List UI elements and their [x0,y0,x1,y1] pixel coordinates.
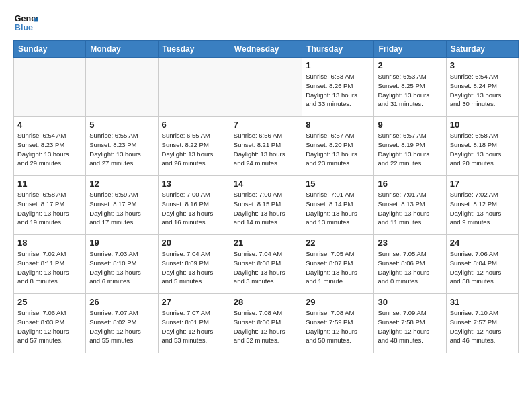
header: General Blue [13,11,519,35]
day-number: 17 [450,179,515,189]
weekday-header-sunday: Sunday [14,41,86,58]
day-number: 11 [17,179,82,189]
calendar-cell: 27Sunrise: 7:07 AM Sunset: 8:01 PM Dayli… [158,294,230,353]
day-number: 14 [234,179,298,189]
calendar-cell [86,58,158,117]
svg-text:Blue: Blue [15,23,33,32]
day-number: 22 [306,238,370,248]
logo: General Blue [13,11,40,35]
day-info: Sunrise: 7:05 AM Sunset: 8:06 PM Dayligh… [378,249,442,286]
day-number: 8 [306,120,370,130]
day-info: Sunrise: 7:06 AM Sunset: 8:03 PM Dayligh… [17,308,82,345]
day-info: Sunrise: 7:05 AM Sunset: 8:07 PM Dayligh… [306,249,370,286]
calendar-cell: 13Sunrise: 7:00 AM Sunset: 8:16 PM Dayli… [158,176,230,235]
day-number: 5 [89,120,154,130]
calendar-cell: 4Sunrise: 6:54 AM Sunset: 8:23 PM Daylig… [14,117,86,176]
calendar-cell: 31Sunrise: 7:10 AM Sunset: 7:57 PM Dayli… [446,294,518,353]
day-info: Sunrise: 7:03 AM Sunset: 8:10 PM Dayligh… [89,249,154,286]
day-number: 18 [17,238,82,248]
day-info: Sunrise: 7:06 AM Sunset: 8:04 PM Dayligh… [450,249,515,286]
day-number: 31 [450,297,515,307]
day-number: 30 [378,297,442,307]
calendar-cell: 23Sunrise: 7:05 AM Sunset: 8:06 PM Dayli… [374,235,446,294]
calendar-cell [158,58,230,117]
calendar-cell: 15Sunrise: 7:01 AM Sunset: 8:14 PM Dayli… [302,176,374,235]
day-info: Sunrise: 7:01 AM Sunset: 8:13 PM Dayligh… [378,190,442,227]
day-number: 19 [89,238,154,248]
day-info: Sunrise: 6:58 AM Sunset: 8:18 PM Dayligh… [450,131,515,168]
calendar-cell: 25Sunrise: 7:06 AM Sunset: 8:03 PM Dayli… [14,294,86,353]
calendar-cell: 8Sunrise: 6:57 AM Sunset: 8:20 PM Daylig… [302,117,374,176]
day-info: Sunrise: 6:55 AM Sunset: 8:23 PM Dayligh… [89,131,154,168]
calendar-cell: 11Sunrise: 6:58 AM Sunset: 8:17 PM Dayli… [14,176,86,235]
day-info: Sunrise: 6:57 AM Sunset: 8:20 PM Dayligh… [306,131,370,168]
day-info: Sunrise: 6:53 AM Sunset: 8:26 PM Dayligh… [306,72,370,109]
day-number: 27 [162,297,226,307]
week-row-2: 4Sunrise: 6:54 AM Sunset: 8:23 PM Daylig… [14,117,519,176]
calendar-cell: 24Sunrise: 7:06 AM Sunset: 8:04 PM Dayli… [446,235,518,294]
day-info: Sunrise: 6:58 AM Sunset: 8:17 PM Dayligh… [17,190,82,227]
day-number: 16 [378,179,442,189]
calendar-cell: 17Sunrise: 7:02 AM Sunset: 8:12 PM Dayli… [446,176,518,235]
calendar-cell: 28Sunrise: 7:08 AM Sunset: 8:00 PM Dayli… [230,294,302,353]
day-number: 13 [162,179,226,189]
day-info: Sunrise: 7:07 AM Sunset: 8:01 PM Dayligh… [162,308,226,345]
day-number: 20 [162,238,226,248]
day-number: 26 [89,297,154,307]
calendar-cell: 2Sunrise: 6:53 AM Sunset: 8:25 PM Daylig… [374,58,446,117]
day-info: Sunrise: 6:53 AM Sunset: 8:25 PM Dayligh… [378,72,442,109]
week-row-5: 25Sunrise: 7:06 AM Sunset: 8:03 PM Dayli… [14,294,519,353]
week-row-4: 18Sunrise: 7:02 AM Sunset: 8:11 PM Dayli… [14,235,519,294]
day-info: Sunrise: 7:09 AM Sunset: 7:58 PM Dayligh… [378,308,442,345]
day-info: Sunrise: 6:59 AM Sunset: 8:17 PM Dayligh… [89,190,154,227]
logo-icon: General Blue [13,11,38,35]
day-info: Sunrise: 7:04 AM Sunset: 8:09 PM Dayligh… [162,249,226,286]
calendar-cell: 19Sunrise: 7:03 AM Sunset: 8:10 PM Dayli… [86,235,158,294]
weekday-header-friday: Friday [374,41,446,58]
day-number: 15 [306,179,370,189]
calendar-cell: 26Sunrise: 7:07 AM Sunset: 8:02 PM Dayli… [86,294,158,353]
weekday-header-tuesday: Tuesday [158,41,230,58]
day-number: 3 [450,60,515,71]
calendar-cell: 9Sunrise: 6:57 AM Sunset: 8:19 PM Daylig… [374,117,446,176]
calendar-cell: 12Sunrise: 6:59 AM Sunset: 8:17 PM Dayli… [86,176,158,235]
weekday-header-monday: Monday [86,41,158,58]
calendar-cell: 10Sunrise: 6:58 AM Sunset: 8:18 PM Dayli… [446,117,518,176]
day-number: 4 [17,120,82,130]
day-number: 25 [17,297,82,307]
day-number: 6 [162,120,226,130]
day-info: Sunrise: 6:54 AM Sunset: 8:23 PM Dayligh… [17,131,82,168]
day-info: Sunrise: 6:55 AM Sunset: 8:22 PM Dayligh… [162,131,226,168]
weekday-header-wednesday: Wednesday [230,41,302,58]
day-info: Sunrise: 7:00 AM Sunset: 8:16 PM Dayligh… [162,190,226,227]
week-row-1: 1Sunrise: 6:53 AM Sunset: 8:26 PM Daylig… [14,58,519,117]
calendar-cell: 21Sunrise: 7:04 AM Sunset: 8:08 PM Dayli… [230,235,302,294]
day-info: Sunrise: 6:56 AM Sunset: 8:21 PM Dayligh… [234,131,298,168]
day-info: Sunrise: 7:00 AM Sunset: 8:15 PM Dayligh… [234,190,298,227]
day-number: 7 [234,120,298,130]
calendar-cell: 20Sunrise: 7:04 AM Sunset: 8:09 PM Dayli… [158,235,230,294]
calendar-cell: 7Sunrise: 6:56 AM Sunset: 8:21 PM Daylig… [230,117,302,176]
day-info: Sunrise: 6:54 AM Sunset: 8:24 PM Dayligh… [450,72,515,109]
calendar-cell: 6Sunrise: 6:55 AM Sunset: 8:22 PM Daylig… [158,117,230,176]
day-info: Sunrise: 7:08 AM Sunset: 7:59 PM Dayligh… [306,308,370,345]
day-number: 28 [234,297,298,307]
day-info: Sunrise: 6:57 AM Sunset: 8:19 PM Dayligh… [378,131,442,168]
day-number: 1 [306,60,370,71]
day-number: 2 [378,60,442,71]
calendar-cell: 5Sunrise: 6:55 AM Sunset: 8:23 PM Daylig… [86,117,158,176]
day-number: 10 [450,120,515,130]
day-info: Sunrise: 7:02 AM Sunset: 8:12 PM Dayligh… [450,190,515,227]
day-number: 24 [450,238,515,248]
calendar-cell [230,58,302,117]
day-info: Sunrise: 7:10 AM Sunset: 7:57 PM Dayligh… [450,308,515,345]
day-info: Sunrise: 7:08 AM Sunset: 8:00 PM Dayligh… [234,308,298,345]
calendar: SundayMondayTuesdayWednesdayThursdayFrid… [13,40,519,353]
calendar-cell: 18Sunrise: 7:02 AM Sunset: 8:11 PM Dayli… [14,235,86,294]
day-number: 21 [234,238,298,248]
calendar-cell [14,58,86,117]
calendar-cell: 3Sunrise: 6:54 AM Sunset: 8:24 PM Daylig… [446,58,518,117]
day-number: 12 [89,179,154,189]
day-number: 29 [306,297,370,307]
day-info: Sunrise: 7:01 AM Sunset: 8:14 PM Dayligh… [306,190,370,227]
